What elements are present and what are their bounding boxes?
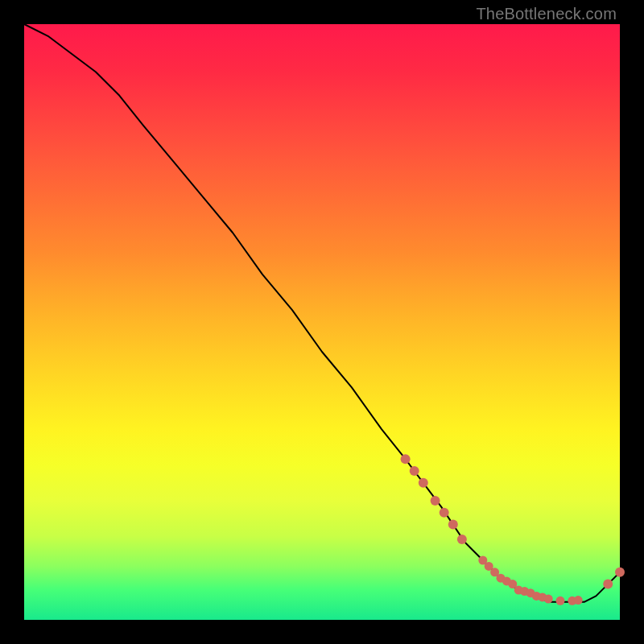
data-points-group: [401, 454, 625, 605]
data-point: [556, 597, 565, 605]
chart-frame: TheBottleneck.com: [0, 0, 644, 644]
curve-line: [24, 24, 620, 602]
data-point: [603, 580, 613, 589]
watermark-text: TheBottleneck.com: [476, 5, 617, 23]
data-point: [457, 535, 467, 544]
data-point: [401, 454, 411, 464]
data-point: [615, 568, 625, 577]
data-point: [410, 466, 419, 476]
data-point: [544, 595, 553, 604]
data-point: [448, 520, 458, 530]
data-point: [440, 508, 449, 518]
chart-svg: [24, 24, 620, 620]
plot-area: [24, 24, 620, 620]
data-point: [419, 478, 428, 488]
data-point: [431, 496, 440, 506]
data-point: [574, 596, 583, 605]
